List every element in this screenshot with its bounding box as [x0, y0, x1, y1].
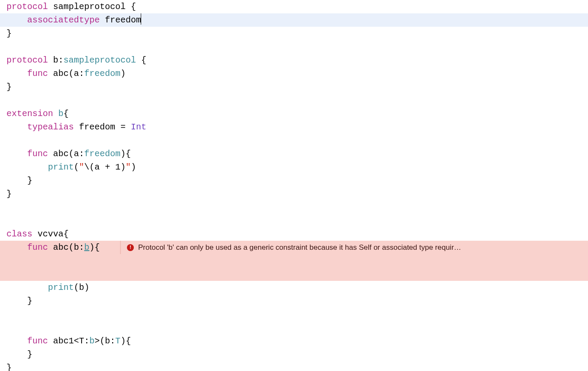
brace: {	[63, 229, 69, 239]
builtin-type: Int	[131, 122, 146, 132]
paren-close: )	[131, 162, 136, 172]
error-icon: !	[127, 244, 134, 251]
param-type-error: b	[84, 242, 89, 252]
paren-open: (a:	[69, 69, 84, 79]
code-line[interactable]: print(b)	[0, 281, 588, 294]
code-line[interactable]: }	[0, 80, 588, 94]
brace: }	[6, 28, 12, 38]
code-line[interactable]: protocol sampleprotocol {	[0, 0, 588, 13]
error-message: Protocol 'b' can only be used as a gener…	[138, 241, 461, 254]
code-line-error[interactable]: func abc(b:b){ ! Protocol 'b' can only b…	[0, 241, 588, 281]
call-print: print	[48, 162, 74, 172]
paren-close: ){	[120, 336, 131, 346]
brace: }	[27, 296, 32, 306]
type-name: b	[58, 109, 63, 119]
string-quote: "	[126, 162, 131, 172]
code-line[interactable]	[0, 134, 588, 147]
func-name: abc1	[53, 336, 74, 346]
func-name: abc	[53, 242, 69, 252]
paren-open: (a:	[69, 149, 84, 159]
param-type: freedom	[84, 149, 120, 159]
brace: }	[6, 82, 12, 92]
code-line[interactable]: func abc(a:freedom)	[0, 67, 588, 80]
code-line[interactable]: func abc1<T:b>(b:T){	[0, 334, 588, 348]
error-banner[interactable]: ! Protocol 'b' can only be used as a gen…	[120, 241, 588, 254]
code-line[interactable]	[0, 40, 588, 53]
keyword-func: func	[27, 149, 48, 159]
code-line[interactable]: }	[0, 27, 588, 40]
keyword-protocol: protocol	[6, 2, 48, 12]
paren-close: ){	[89, 242, 100, 252]
keyword-protocol: protocol	[6, 55, 48, 65]
code-line[interactable]: typealias freedom = Int	[0, 120, 588, 134]
constraint-type: b	[89, 336, 95, 346]
string-interp-close: )	[120, 162, 126, 172]
code-line[interactable]: }	[0, 348, 588, 361]
keyword-func: func	[27, 336, 48, 346]
paren-open: (b:	[69, 242, 84, 252]
code-line[interactable]: extension b{	[0, 107, 588, 120]
super-type: sampleprotocol	[63, 55, 136, 65]
keyword-associatedtype: associatedtype	[27, 15, 100, 25]
class-name: vcvva	[38, 229, 63, 239]
paren-open: (	[74, 162, 79, 172]
type-name: sampleprotocol	[53, 2, 126, 12]
generic-mid: >(b:	[95, 336, 115, 346]
keyword-class: class	[6, 229, 32, 239]
param-type: freedom	[84, 69, 120, 79]
code-line[interactable]: }	[0, 187, 588, 201]
string-interp-open: \(	[84, 162, 95, 172]
brace: {	[136, 55, 146, 65]
brace: }	[27, 349, 32, 359]
alias-name: freedom	[79, 122, 115, 132]
brace: {	[63, 109, 69, 119]
string-quote: "	[79, 162, 84, 172]
code-line-selected[interactable]: associatedtype freedom	[0, 13, 588, 27]
type-name: freedom	[105, 15, 141, 25]
code-line[interactable]: }	[0, 361, 588, 371]
generic-open: <T:	[74, 336, 89, 346]
paren-close: )	[120, 69, 126, 79]
code-line[interactable]: protocol b:sampleprotocol {	[0, 53, 588, 67]
generic-type: T	[115, 336, 120, 346]
func-name: abc	[53, 149, 69, 159]
colon: :	[58, 55, 63, 65]
brace: {	[126, 2, 136, 12]
code-line[interactable]	[0, 214, 588, 227]
code-line[interactable]	[0, 201, 588, 214]
error-content: ! Protocol 'b' can only be used as a gen…	[120, 241, 461, 254]
code-editor[interactable]: protocol sampleprotocol { associatedtype…	[0, 0, 588, 371]
brace: }	[6, 363, 12, 371]
brace: }	[6, 189, 12, 199]
code-line[interactable]: class vcvva{	[0, 227, 588, 241]
expr: a + 1	[95, 162, 120, 172]
keyword-extension: extension	[6, 109, 53, 119]
code-line[interactable]: }	[0, 174, 588, 187]
paren-close: ){	[120, 149, 131, 159]
type-name: b	[53, 55, 58, 65]
code-line[interactable]: func abc(a:freedom){	[0, 147, 588, 160]
equals: =	[115, 122, 131, 132]
keyword-func: func	[27, 242, 48, 252]
text-cursor	[141, 13, 141, 25]
brace: }	[27, 176, 32, 186]
code-line[interactable]	[0, 308, 588, 321]
func-name: abc	[53, 69, 69, 79]
code-line[interactable]: print("\(a + 1)")	[0, 160, 588, 174]
code-line[interactable]	[0, 94, 588, 107]
keyword-typealias: typealias	[27, 122, 74, 132]
code-line[interactable]: }	[0, 294, 588, 308]
call-args: (b)	[74, 283, 89, 292]
keyword-func: func	[27, 69, 48, 79]
call-print: print	[48, 283, 74, 292]
code-line[interactable]	[0, 321, 588, 334]
